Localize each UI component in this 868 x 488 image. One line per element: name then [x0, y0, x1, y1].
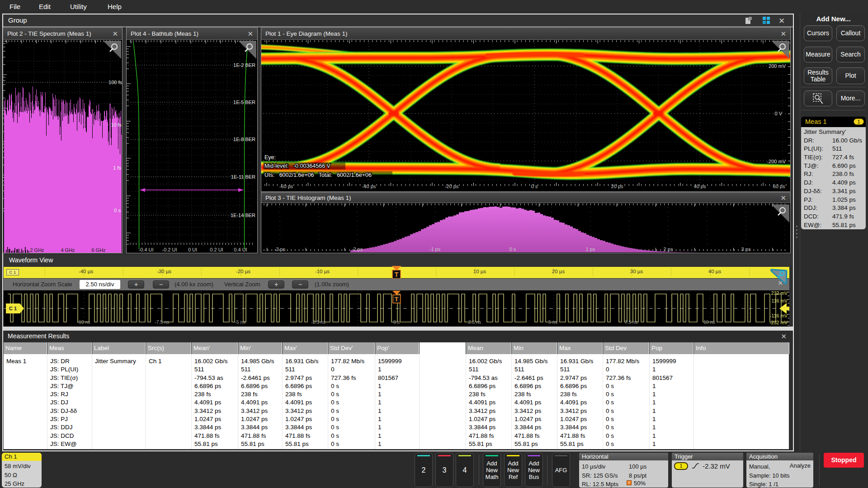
svg-text:-10 ns: -10 ns [77, 319, 90, 325]
svg-text:0 s: 0 s [114, 208, 121, 213]
svg-text:0 s: 0 s [393, 319, 400, 325]
svg-text:C 1: C 1 [9, 306, 17, 311]
svg-text:-60 ps: -60 ps [279, 184, 293, 189]
svg-text:232 mV: 232 mV [771, 290, 788, 296]
svg-text:-20 ps: -20 ps [445, 184, 459, 189]
svg-text:-2.5 ns: -2.5 ns [311, 319, 326, 325]
svg-text:10 ns: 10 ns [703, 319, 715, 325]
svg-text:0 V: 0 V [774, 111, 782, 116]
svg-text:T: T [395, 271, 399, 278]
svg-text:-7.5 ns: -7.5 ns [155, 319, 169, 325]
svg-text:3 ps: 3 ps [741, 246, 751, 252]
svg-text:-2 ps: -2 ps [352, 246, 363, 252]
svg-text:60 ps: 60 ps [773, 184, 785, 189]
svg-text:-232 mV: -232 mV [769, 320, 788, 325]
svg-text:2.5 ns: 2.5 ns [468, 319, 481, 325]
svg-text:7.5 ns: 7.5 ns [625, 319, 638, 325]
svg-text:0 s: 0 s [509, 246, 516, 252]
svg-text:1E-5 BER: 1E-5 BER [233, 99, 255, 105]
svg-text:T: T [395, 296, 398, 303]
svg-text:1E-8 BER: 1E-8 BER [233, 137, 255, 142]
svg-text:0 s: 0 s [531, 184, 538, 189]
svg-text:5 ns: 5 ns [548, 319, 557, 325]
svg-text:Eye:: Eye: [264, 154, 276, 161]
svg-text:-116 mV: -116 mV [770, 313, 788, 318]
svg-text:2 ps: 2 ps [664, 246, 673, 252]
svg-text:40 ps: 40 ps [694, 184, 706, 189]
svg-text:1 fs: 1 fs [113, 165, 121, 171]
svg-text:-0.4 UI: -0.4 UI [138, 247, 153, 252]
svg-text:2 GHz: 2 GHz [30, 247, 44, 253]
svg-text:0.2 UI: 0.2 UI [210, 247, 223, 252]
svg-text:0.4 UI: 0.4 UI [234, 247, 247, 252]
svg-text:1 ps: 1 ps [586, 246, 595, 252]
svg-text:20 ps: 20 ps [611, 184, 623, 189]
svg-text:-200 mV: -200 mV [767, 159, 786, 164]
svg-text:UIs: 6002/1.6e+06 Total:: UIs: 6002/1.6e+06 Total: 6002/1.6e+06 [264, 172, 372, 178]
svg-text:116 mV: 116 mV [772, 298, 788, 303]
svg-text:100 fs: 100 fs [108, 80, 122, 85]
svg-text:1E-2 BER: 1E-2 BER [233, 62, 255, 68]
svg-text:-1 ps: -1 ps [429, 246, 441, 252]
svg-text:1E-11 BER: 1E-11 BER [231, 174, 255, 180]
svg-text:-5 ns: -5 ns [235, 319, 245, 325]
svg-text:0 UI: 0 UI [188, 247, 197, 252]
svg-text:Mid-level: -0.00364566 V: Mid-level: -0.00364566 V [264, 163, 331, 169]
svg-text:10 fs: 10 fs [111, 122, 122, 128]
svg-text:4 GHz: 4 GHz [61, 247, 75, 253]
svg-text:1E-14 BER: 1E-14 BER [231, 213, 255, 218]
svg-text:-3 ps: -3 ps [274, 246, 286, 252]
svg-text:200 mV: 200 mV [769, 63, 786, 69]
svg-text:-40 ps: -40 ps [362, 184, 376, 189]
svg-text:6 GHz: 6 GHz [91, 247, 105, 253]
svg-text:-0.2 UI: -0.2 UI [162, 247, 177, 252]
